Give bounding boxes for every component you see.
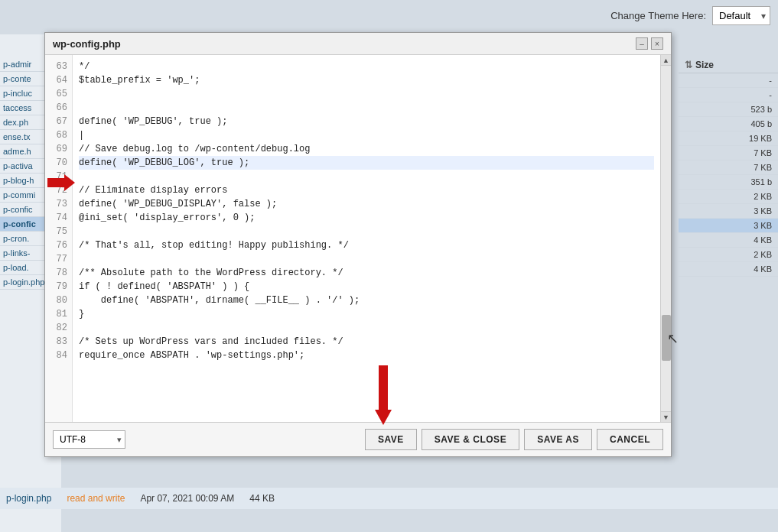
code-line: | [79, 128, 654, 142]
line-number: 82 [45, 321, 72, 335]
size-value: 523 b [679, 102, 778, 117]
line-number: 83 [45, 335, 72, 349]
annotation-arrow-down [375, 365, 392, 427]
scrollbar[interactable]: ▲ ▼ [660, 55, 671, 422]
size-value: 351 b [679, 175, 778, 190]
code-line: define( 'WP_DEBUG', true ); [79, 115, 654, 128]
line-number: 67 [45, 115, 72, 128]
code-line [79, 170, 654, 183]
line-number: 74 [45, 211, 72, 225]
code-line [79, 321, 654, 335]
line-numbers: 63 64 65 66 67 68 69 70 71 72 73 74 75 7… [45, 55, 73, 422]
modal-close-button[interactable]: × [651, 37, 663, 50]
code-line: define( 'WP_DEBUG_DISPLAY', false ); [79, 197, 654, 211]
svg-marker-0 [47, 174, 75, 191]
line-number: 64 [45, 73, 72, 87]
line-number: 78 [45, 266, 72, 280]
line-number: 70 [45, 156, 72, 170]
line-number: 76 [45, 238, 72, 252]
size-value: 405 b [679, 117, 778, 131]
size-value: - [679, 73, 778, 88]
size-value: 2 KB [679, 248, 778, 262]
size-column-icon: ⇅ [685, 60, 692, 70]
size-value: 19 KB [679, 131, 778, 146]
code-line: /* That's all, stop editing! Happy publi… [79, 238, 654, 252]
line-number: 68 [45, 128, 72, 142]
code-line: @ini_set( 'display_errors', 0 ); [79, 211, 654, 225]
scrollbar-up-arrow[interactable]: ▲ [661, 55, 671, 66]
code-line [79, 252, 654, 266]
code-line: /* Sets up WordPress vars and included f… [79, 335, 654, 349]
size-column-label: Size [695, 60, 714, 70]
status-bar: p-login.php read and write Apr 07, 2021 … [0, 488, 778, 509]
line-number: 77 [45, 252, 72, 266]
code-line [79, 225, 654, 238]
save-close-button[interactable]: SAVE & CLOSE [422, 429, 519, 450]
save-button[interactable]: SAVE [365, 429, 417, 450]
status-filename: p-login.php [6, 493, 51, 504]
line-number: 81 [45, 307, 72, 321]
size-value-active: 3 KB [679, 219, 778, 233]
size-value: - [679, 88, 778, 102]
theme-label: Change Theme Here: [610, 10, 706, 21]
scrollbar-down-arrow[interactable]: ▼ [661, 411, 671, 422]
code-line: */ [79, 60, 654, 73]
code-line: define( 'ABSPATH', dirname( __FILE__ ) .… [79, 294, 654, 307]
line-number: 79 [45, 280, 72, 294]
line-number: 75 [45, 225, 72, 238]
code-line-highlighted: define( 'WP_DEBUG_LOG', true ); [79, 156, 654, 170]
modal-titlebar: wp-config.php – × [45, 33, 671, 55]
modal-toolbar: UTF-8 ISO-8859-1 UTF-16 SAVE SAVE & CLOS… [45, 422, 671, 456]
size-value: 7 KB [679, 146, 778, 161]
save-as-button[interactable]: SAVE AS [524, 429, 592, 450]
theme-select[interactable]: Default Dark Light [712, 6, 770, 25]
status-date: Apr 07, 2021 00:09 AM [140, 493, 234, 504]
code-line [79, 101, 654, 115]
line-number: 84 [45, 349, 72, 362]
size-value: 2 KB [679, 190, 778, 204]
modal-minimize-button[interactable]: – [636, 37, 648, 50]
theme-select-wrapper[interactable]: Default Dark Light [712, 6, 770, 25]
code-content[interactable]: */ $table_prefix = 'wp_'; define( 'WP_DE… [73, 55, 660, 422]
code-line: // Save debug.log to /wp-content/debug.l… [79, 142, 654, 156]
size-value: 7 KB [679, 161, 778, 175]
theme-bar: Change Theme Here: Default Dark Light [610, 6, 770, 25]
code-line: if ( ! defined( 'ABSPATH' ) ) { [79, 280, 654, 294]
encoding-select-wrapper[interactable]: UTF-8 ISO-8859-1 UTF-16 [53, 430, 125, 449]
line-number: 66 [45, 101, 72, 115]
size-value: 3 KB [679, 204, 778, 219]
line-number: 65 [45, 87, 72, 101]
svg-marker-1 [375, 365, 392, 425]
line-number: 73 [45, 197, 72, 211]
code-line: /** Absolute path to the WordPress direc… [79, 266, 654, 280]
size-header: ⇅ Size [679, 57, 778, 73]
code-line [79, 87, 654, 101]
status-permissions: read and write [67, 493, 125, 504]
line-number: 63 [45, 60, 72, 73]
modal-title: wp-config.php [53, 38, 121, 50]
line-number: 80 [45, 294, 72, 307]
size-value: 4 KB [679, 233, 778, 248]
size-value: 4 KB [679, 262, 778, 277]
code-editor-modal: wp-config.php – × 63 64 65 66 67 68 69 7… [44, 32, 672, 457]
encoding-select[interactable]: UTF-8 ISO-8859-1 UTF-16 [53, 430, 125, 449]
line-number: 69 [45, 142, 72, 156]
code-line: // Eliminate display errors [79, 183, 654, 197]
annotation-arrow-right [47, 174, 75, 191]
size-column: ⇅ Size - - 523 b 405 b 19 KB 7 KB 7 KB 3… [679, 57, 778, 277]
code-line: $table_prefix = 'wp_'; [79, 73, 654, 87]
code-line: require_once ABSPATH . 'wp-settings.php'… [79, 349, 654, 362]
code-line: } [79, 307, 654, 321]
code-editor-area: 63 64 65 66 67 68 69 70 71 72 73 74 75 7… [45, 55, 671, 422]
mouse-cursor: ↖ [667, 330, 679, 347]
modal-controls: – × [636, 37, 663, 50]
status-size: 44 KB [249, 493, 275, 504]
cancel-button[interactable]: CANCEL [597, 429, 663, 450]
